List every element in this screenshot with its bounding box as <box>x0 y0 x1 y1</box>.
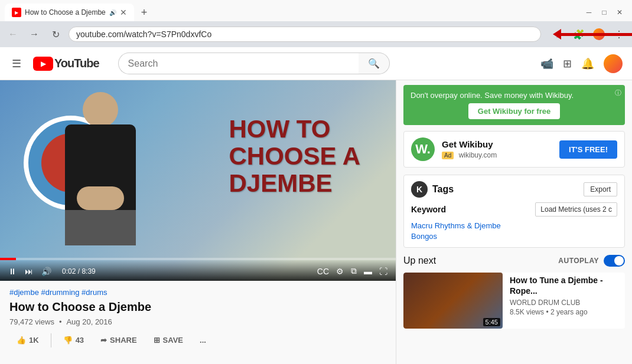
more-options-button[interactable]: ... <box>193 332 213 348</box>
share-icon: ➦ <box>100 336 107 345</box>
video-player[interactable]: HOW TO CHOOSE A DJEMBE ⏸ ⏭ 🔊 0:02 / <box>0 80 396 281</box>
video-person <box>35 92 165 251</box>
new-tab-button[interactable]: + <box>136 4 152 21</box>
like-count: 1K <box>29 336 39 345</box>
refresh-button[interactable]: ↻ <box>47 26 64 42</box>
sidebar: ⓘ Don't overpay online. Save money with … <box>396 80 632 364</box>
volume-button[interactable]: 🔊 <box>40 265 53 277</box>
fullscreen-button[interactable]: ⛶ <box>378 265 389 277</box>
next-video-duration: 5:45 <box>483 318 500 326</box>
nav-bar: ← → ↻ ☆ 🧩 ⋮ <box>0 21 632 47</box>
more-icon: ... <box>200 336 206 345</box>
tab-close-btn[interactable]: ✕ <box>120 8 127 17</box>
next-button[interactable]: ⏭ <box>24 265 34 277</box>
window-controls: ─ □ ✕ <box>581 6 627 18</box>
wikibuy-card: W. Get Wikibuy Ad wikibuy.com IT'S FREE! <box>403 131 625 168</box>
man-legs <box>65 210 136 245</box>
address-bar-input[interactable] <box>76 29 533 39</box>
current-time: 0:02 <box>62 267 76 276</box>
search-button[interactable]: 🔍 <box>359 53 390 74</box>
search-bar-container: 🔍 <box>118 53 390 74</box>
youtube-logo-text: YouTube <box>54 57 99 70</box>
save-button[interactable]: ⊞ SAVE <box>146 332 190 348</box>
dislike-count: 43 <box>76 336 84 345</box>
up-next-title: Up next <box>403 255 436 266</box>
play-pause-button[interactable]: ⏸ <box>7 265 18 277</box>
header-right-actions: 📹 ⊞ 🔔 <box>540 54 623 73</box>
address-bar-container <box>69 27 541 42</box>
tags-k-icon: K <box>411 181 428 198</box>
tag-link-2[interactable]: Bongos <box>411 232 437 241</box>
arrow-line <box>561 33 632 36</box>
search-icon: 🔍 <box>368 58 380 68</box>
notifications-button[interactable]: 🔔 <box>581 57 594 70</box>
dislike-button[interactable]: 👎 43 <box>56 332 91 348</box>
right-controls: CC ⚙ ⧉ ▬ ⛶ <box>316 265 389 277</box>
apps-icon: ⊞ <box>563 58 572 70</box>
ad-cta-button[interactable]: Get Wikibuy for free <box>468 103 560 119</box>
youtube-body: HOW TO CHOOSE A DJEMBE ⏸ ⏭ 🔊 0:02 / <box>0 80 632 364</box>
youtube-logo-icon <box>33 57 53 71</box>
search-input[interactable] <box>118 53 359 74</box>
next-video-age: 2 years ago <box>550 308 588 316</box>
next-video-card[interactable]: 5:45 How to Tune a Djembe - Rope... WORL… <box>403 273 625 329</box>
back-button[interactable]: ← <box>5 26 21 42</box>
tab-favicon <box>12 8 21 17</box>
back-icon: ← <box>8 29 18 40</box>
arrow-head <box>553 29 561 40</box>
video-stats: 79,472 views • Aug 20, 2016 <box>9 317 386 326</box>
close-button[interactable]: ✕ <box>612 6 627 18</box>
forward-icon: → <box>30 29 39 40</box>
youtube-logo[interactable]: YouTube <box>33 57 99 71</box>
theater-button[interactable]: ▬ <box>363 265 373 277</box>
progress-bar[interactable] <box>0 258 396 260</box>
wikibuy-free-button[interactable]: IT'S FREE! <box>559 140 617 159</box>
settings-button[interactable]: ⚙ <box>335 265 345 277</box>
video-background: HOW TO CHOOSE A DJEMBE <box>0 80 396 281</box>
hamburger-icon: ☰ <box>12 58 21 70</box>
like-dislike-separator <box>51 333 51 347</box>
wikibuy-info: Get Wikibuy Ad wikibuy.com <box>442 139 552 160</box>
forward-button[interactable]: → <box>26 26 43 42</box>
next-view-count: 8.5K views <box>510 308 544 316</box>
tags-title: Tags <box>432 184 454 195</box>
active-tab[interactable]: How to Choose a Djembe 🔊 ✕ <box>5 4 134 21</box>
like-button[interactable]: 👍 1K <box>9 332 46 348</box>
video-meta: #djembe #drumming #drums How to Choose a… <box>0 281 396 355</box>
video-hashtags[interactable]: #djembe #drumming #drums <box>9 288 386 297</box>
hamburger-menu-button[interactable]: ☰ <box>9 55 24 73</box>
video-controls: ⏸ ⏭ 🔊 0:02 / 8:39 CC ⚙ ⧉ ▬ ⛶ <box>0 260 396 281</box>
minimize-button[interactable]: ─ <box>581 6 597 18</box>
tags-section: K Tags Export Keyword Load Metrics (uses… <box>403 175 625 248</box>
miniplayer-button[interactable]: ⧉ <box>350 265 358 277</box>
upload-video-button[interactable]: 📹 <box>540 57 553 70</box>
youtube-header: ☰ YouTube 🔍 📹 ⊞ 🔔 <box>0 47 632 80</box>
load-metrics-button[interactable]: Load Metrics (uses 2 c <box>535 202 617 217</box>
autoplay-label: AUTOPLAY <box>558 257 599 265</box>
autoplay-toggle[interactable] <box>604 255 625 267</box>
next-video-info: How to Tune a Djembe - Rope... WORLD DRU… <box>507 273 625 329</box>
save-icon: ⊞ <box>154 336 160 345</box>
user-avatar-button[interactable] <box>604 54 623 73</box>
refresh-icon: ↻ <box>52 29 60 40</box>
export-button[interactable]: Export <box>584 182 617 196</box>
subtitles-button[interactable]: CC <box>316 265 330 277</box>
tag-link-1[interactable]: Macru Rhythms & Djembe <box>411 221 501 230</box>
video-section: HOW TO CHOOSE A DJEMBE ⏸ ⏭ 🔊 0:02 / <box>0 80 396 364</box>
video-title: How to Choose a Djembe <box>9 300 386 314</box>
ad-banner: ⓘ Don't overpay online. Save money with … <box>403 85 625 125</box>
thumbs-up-icon: 👍 <box>17 336 26 345</box>
bell-icon: 🔔 <box>581 58 594 70</box>
overlay-line1: HOW TO <box>229 116 360 143</box>
next-stat-dot: • <box>546 308 550 316</box>
share-button[interactable]: ➦ SHARE <box>93 332 144 348</box>
maximize-button[interactable]: □ <box>597 6 612 18</box>
next-video-title: How to Tune a Djembe - Rope... <box>510 275 623 296</box>
apps-button[interactable]: ⊞ <box>563 57 572 70</box>
tab-audio-icon: 🔊 <box>109 9 116 16</box>
upload-icon: 📹 <box>540 58 553 70</box>
title-bar: How to Choose a Djembe 🔊 ✕ + ─ □ ✕ <box>0 0 632 21</box>
progress-fill <box>0 258 16 260</box>
tags-row: Keyword Load Metrics (uses 2 c <box>411 202 617 217</box>
total-time: 8:39 <box>82 267 95 276</box>
